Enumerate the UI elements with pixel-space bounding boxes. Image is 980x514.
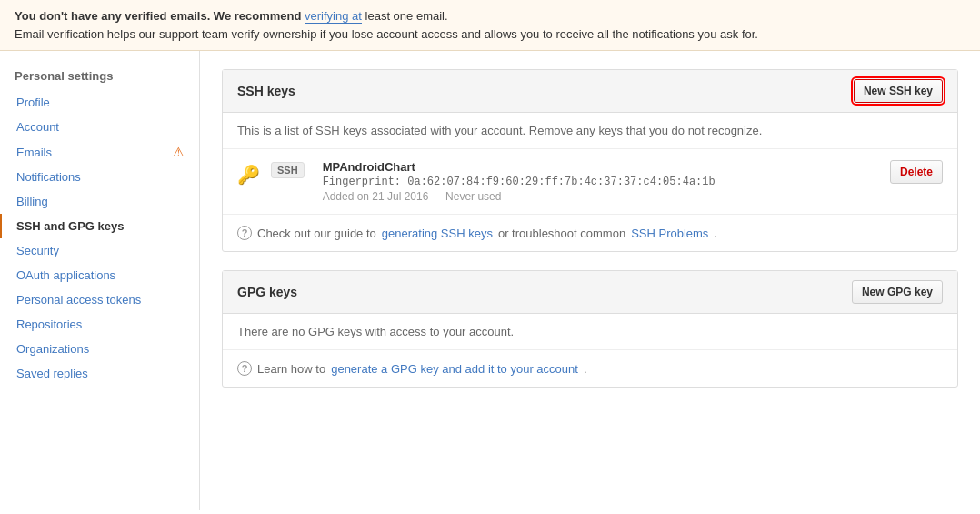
generating-ssh-keys-link[interactable]: generating SSH keys — [382, 227, 493, 240]
sidebar-item-saved-replies[interactable]: Saved replies — [0, 361, 199, 386]
sidebar-title: Personal settings — [0, 66, 199, 90]
ssh-section-footer: ? Check out our guide to generating SSH … — [223, 215, 957, 251]
sidebar-item-repositories[interactable]: Repositories — [0, 312, 199, 337]
page-layout: Personal settings ProfileAccountEmails⚠N… — [0, 51, 980, 510]
verifying-link[interactable]: verifying at — [305, 9, 362, 24]
gpg-section-header: GPG keys New GPG key — [223, 271, 957, 314]
warning-bold-text: You don't have any verified emails. We r… — [15, 9, 305, 23]
ssh-keys-section: SSH keys New SSH key This is a list of S… — [222, 69, 958, 252]
key-info: MPAndroidChart Fingerprint: 0a:62:07:84:… — [323, 160, 879, 203]
sidebar-item-emails[interactable]: Emails⚠ — [0, 139, 199, 165]
ssh-section-header: SSH keys New SSH key — [223, 70, 957, 113]
sidebar-item-label: Profile — [16, 96, 50, 109]
gpg-section-footer: ? Learn how to generate a GPG key and ad… — [223, 350, 957, 387]
sidebar-item-oauth-applications[interactable]: OAuth applications — [0, 263, 199, 287]
warning-subtext: Email verification helps our support tea… — [15, 25, 965, 44]
ssh-footer-after: . — [714, 227, 717, 240]
sidebar-item-ssh-gpg-keys[interactable]: SSH and GPG keys — [0, 214, 199, 238]
key-icon: 🔑 — [237, 164, 260, 186]
sidebar-item-label: Account — [16, 120, 59, 134]
gpg-footer-after: . — [584, 362, 587, 376]
ssh-problems-link[interactable]: SSH Problems — [631, 227, 708, 240]
ssh-section-title: SSH keys — [237, 84, 295, 98]
sidebar-item-billing[interactable]: Billing — [0, 189, 199, 214]
gpg-keys-section: GPG keys New GPG key There are no GPG ke… — [222, 270, 958, 388]
generate-gpg-key-link[interactable]: generate a GPG key and add it to your ac… — [331, 362, 578, 376]
gpg-no-keys-message: There are no GPG keys with access to you… — [223, 314, 957, 350]
sidebar-item-label: Organizations — [16, 342, 89, 356]
key-name: MPAndroidChart — [323, 160, 879, 174]
main-content: SSH keys New SSH key This is a list of S… — [200, 51, 980, 510]
warning-banner: You don't have any verified emails. We r… — [0, 0, 980, 51]
sidebar-item-organizations[interactable]: Organizations — [0, 337, 199, 361]
ssh-badge: SSH — [271, 162, 305, 178]
sidebar-item-notifications[interactable]: Notifications — [0, 165, 199, 189]
sidebar-item-label: OAuth applications — [16, 268, 115, 282]
sidebar-item-label: Saved replies — [16, 367, 88, 380]
ssh-section-description: This is a list of SSH keys associated wi… — [223, 113, 957, 149]
ssh-key-item: 🔑 SSH MPAndroidChart Fingerprint: 0a:62:… — [223, 149, 957, 215]
sidebar-item-account[interactable]: Account — [0, 115, 199, 139]
gpg-section-title: GPG keys — [237, 285, 297, 299]
new-gpg-key-button[interactable]: New GPG key — [852, 280, 943, 304]
sidebar-item-personal-access-tokens[interactable]: Personal access tokens — [0, 287, 199, 312]
key-fingerprint: Fingerprint: 0a:62:07:84:f9:60:29:ff:7b:… — [323, 176, 879, 188]
ssh-footer-text: Check out our guide to — [257, 227, 376, 240]
gpg-help-icon: ? — [237, 361, 252, 376]
key-added: Added on 21 Jul 2016 — Never used — [323, 190, 879, 203]
sidebar-item-label: Personal access tokens — [16, 293, 141, 307]
sidebar-item-security[interactable]: Security — [0, 238, 199, 263]
new-ssh-key-button[interactable]: New SSH key — [854, 79, 943, 103]
sidebar: Personal settings ProfileAccountEmails⚠N… — [0, 51, 200, 510]
warning-icon: ⚠ — [173, 145, 185, 159]
warning-text-after: least one email. — [362, 9, 448, 23]
sidebar-item-label: Repositories — [16, 317, 82, 331]
delete-ssh-key-button[interactable]: Delete — [890, 160, 943, 184]
sidebar-item-label: Emails — [16, 146, 52, 159]
ssh-footer-between: or troubleshoot common — [498, 227, 625, 240]
sidebar-item-label: Security — [16, 244, 59, 257]
sidebar-item-label: SSH and GPG keys — [16, 219, 125, 233]
sidebar-item-profile[interactable]: Profile — [0, 90, 199, 115]
gpg-footer-text: Learn how to — [257, 362, 325, 376]
help-icon: ? — [237, 226, 252, 240]
sidebar-item-label: Notifications — [16, 170, 81, 184]
sidebar-item-label: Billing — [16, 195, 48, 208]
